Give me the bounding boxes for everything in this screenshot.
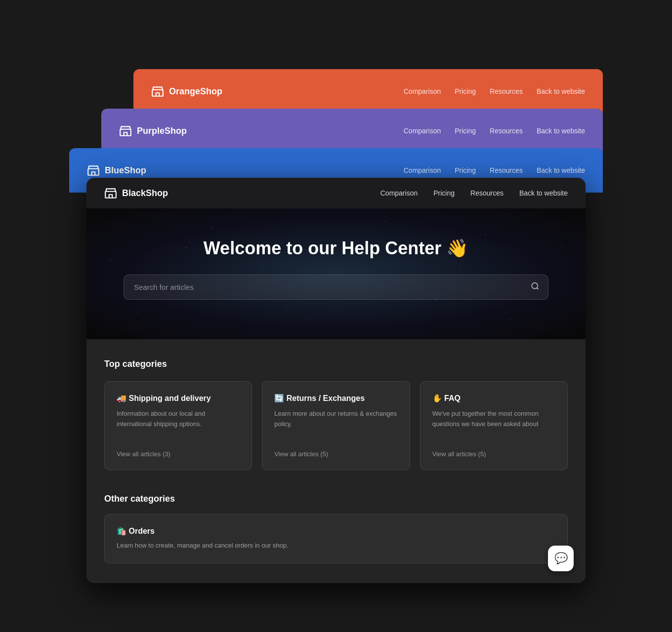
search-input[interactable] [124,275,548,300]
orange-shop-icon [151,85,164,98]
nav-pricing[interactable]: Pricing [433,189,455,197]
svg-point-4 [532,282,538,288]
search-icon [531,281,540,293]
nav-back-to-website[interactable]: Back to website [519,189,568,197]
purple-brand: PurpleShop [119,124,187,137]
returns-view-articles[interactable]: View all articles (5) [274,450,397,458]
category-returns[interactable]: 🔄 Returns / Exchanges Learn more about o… [262,381,410,470]
top-categories-title: Top categories [104,359,568,369]
main-shop-icon [104,187,117,199]
blue-nav: Comparison Pricing Resources Back to web… [404,166,585,174]
main-navbar: BlackShop Comparison Pricing Resources B… [86,178,586,208]
svg-line-5 [537,287,538,289]
blue-nav-pricing[interactable]: Pricing [455,166,476,174]
returns-emoji: 🔄 [274,394,284,402]
nav-comparison[interactable]: Comparison [380,189,418,197]
faq-view-articles[interactable]: View all articles (5) [432,450,555,458]
shipping-title: 🚚 Shipping and delivery [117,394,240,403]
orders-emoji: 🛍️ [117,527,126,535]
orange-brand: OrangeShop [151,85,222,98]
blue-shop-icon [87,164,100,177]
orange-brand-name: OrangeShop [169,86,222,97]
chat-bubble-button[interactable]: 💬 [548,546,574,571]
orders-desc: Learn how to create, manage and cancel o… [117,541,555,551]
category-orders[interactable]: 🛍️ Orders Learn how to create, manage an… [104,514,568,563]
main-content: Top categories 🚚 Shipping and delivery I… [86,339,586,583]
faq-emoji: ✋ [432,394,442,402]
top-categories-grid: 🚚 Shipping and delivery Information abou… [104,381,568,470]
faq-desc: We've put together the most common quest… [432,409,555,440]
blue-nav-back[interactable]: Back to website [537,166,585,174]
orange-nav: Comparison Pricing Resources Back to web… [404,87,585,95]
orange-nav-back[interactable]: Back to website [537,87,585,95]
orange-nav-resources[interactable]: Resources [490,87,523,95]
main-nav-links: Comparison Pricing Resources Back to web… [380,189,568,197]
orange-nav-comparison[interactable]: Comparison [404,87,441,95]
orange-card: OrangeShop Comparison Pricing Resources … [133,69,603,114]
chat-bubble-icon: 💬 [554,552,568,565]
purple-nav-resources[interactable]: Resources [490,127,523,135]
shipping-emoji: 🚚 [117,394,126,402]
shipping-view-articles[interactable]: View all articles (3) [117,450,240,458]
returns-title: 🔄 Returns / Exchanges [274,394,397,403]
orange-nav-pricing[interactable]: Pricing [455,87,476,95]
category-faq[interactable]: ✋ FAQ We've put together the most common… [420,381,568,470]
blue-brand-name: BlueShop [105,165,146,176]
purple-nav-comparison[interactable]: Comparison [404,127,441,135]
blue-nav-comparison[interactable]: Comparison [404,166,441,174]
search-bar [124,275,548,300]
purple-nav-back[interactable]: Back to website [537,127,585,135]
category-shipping[interactable]: 🚚 Shipping and delivery Information abou… [104,381,252,470]
purple-nav-pricing[interactable]: Pricing [455,127,476,135]
other-categories-title: Other categories [104,494,568,504]
purple-card: PurpleShop Comparison Pricing Resources … [101,109,603,153]
hero-section: Welcome to our Help Center 👋 [86,208,586,339]
shipping-desc: Information about our local and internat… [117,409,240,440]
orders-title: 🛍️ Orders [117,526,555,536]
main-card: BlackShop Comparison Pricing Resources B… [86,178,586,583]
returns-desc: Learn more about our returns & exchanges… [274,409,397,440]
faq-title: ✋ FAQ [432,394,555,403]
purple-brand-name: PurpleShop [137,126,187,136]
blue-brand: BlueShop [87,164,146,177]
purple-nav: Comparison Pricing Resources Back to web… [404,127,585,135]
purple-shop-icon [119,124,132,137]
nav-resources[interactable]: Resources [470,189,504,197]
main-brand: BlackShop [104,187,168,199]
main-brand-name: BlackShop [122,188,168,198]
hero-title: Welcome to our Help Center 👋 [104,238,568,259]
blue-nav-resources[interactable]: Resources [490,166,523,174]
